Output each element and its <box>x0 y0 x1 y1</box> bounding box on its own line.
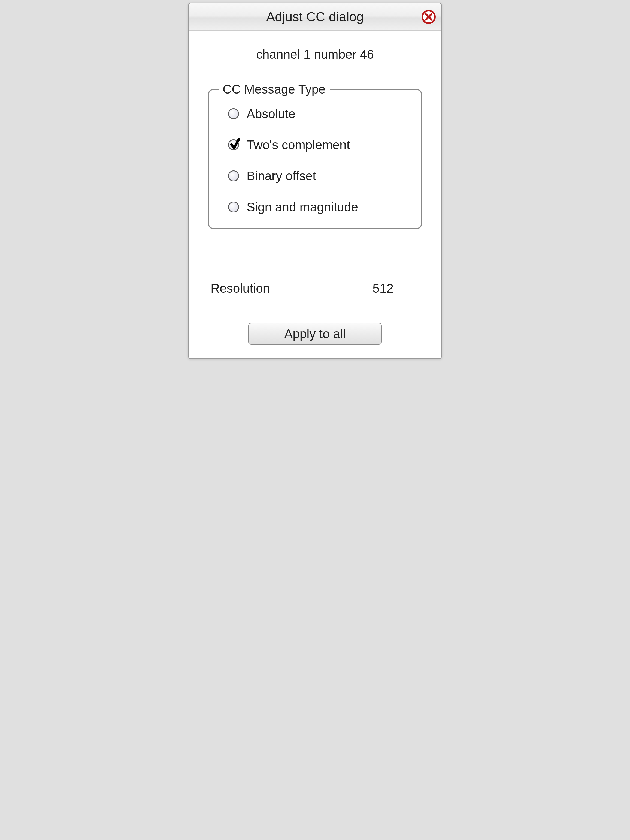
radio-label: Absolute <box>247 106 295 121</box>
cc-message-type-fieldset: CC Message Type Absolute Two's complemen… <box>208 89 422 229</box>
dialog-titlebar: Adjust CC dialog <box>189 3 441 30</box>
radio-circle-icon <box>228 202 239 212</box>
checkmark-icon <box>230 138 241 150</box>
radio-label: Sign and magnitude <box>247 200 358 214</box>
radio-sign-magnitude[interactable]: Sign and magnitude <box>228 200 407 214</box>
radio-label: Two's complement <box>247 137 350 152</box>
radio-twos-complement[interactable]: Two's complement <box>228 137 407 152</box>
radio-absolute[interactable]: Absolute <box>228 106 407 121</box>
radio-circle-icon <box>228 108 239 119</box>
fieldset-legend: CC Message Type <box>219 82 330 96</box>
close-icon <box>422 10 436 24</box>
resolution-value[interactable]: 512 <box>372 281 394 296</box>
channel-info: channel 1 number 46 <box>205 47 425 62</box>
resolution-row: Resolution 512 <box>205 281 425 296</box>
radio-label: Binary offset <box>247 169 316 183</box>
dialog-body: channel 1 number 46 CC Message Type Abso… <box>189 30 441 358</box>
apply-to-all-button[interactable]: Apply to all <box>248 323 382 345</box>
radio-circle-icon <box>228 139 239 150</box>
resolution-label: Resolution <box>211 281 270 296</box>
adjust-cc-dialog: Adjust CC dialog channel 1 number 46 CC … <box>188 3 442 359</box>
radio-binary-offset[interactable]: Binary offset <box>228 169 407 183</box>
radio-circle-icon <box>228 171 239 182</box>
close-button[interactable] <box>422 10 436 24</box>
radio-group: Absolute Two's complement Binary offset <box>228 106 407 214</box>
dialog-title: Adjust CC dialog <box>266 9 364 24</box>
